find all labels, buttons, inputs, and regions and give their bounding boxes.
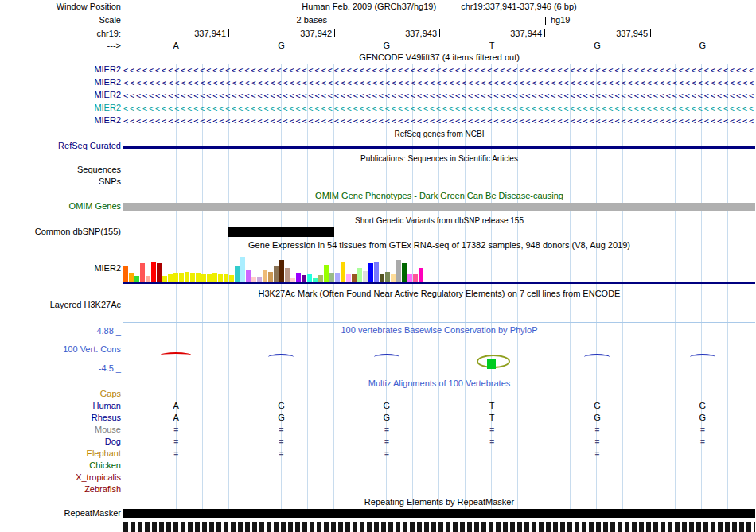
gtex-expression-bar[interactable] — [413, 274, 418, 282]
gencode-gene-label[interactable]: MIER2 — [0, 64, 121, 75]
gtex-expression-bar[interactable] — [134, 276, 139, 282]
snps-track-label[interactable]: SNPs — [0, 177, 121, 187]
gtex-expression-bar[interactable] — [324, 265, 329, 282]
gtex-expression-bar[interactable] — [162, 276, 167, 282]
species-label-human[interactable]: Human — [0, 401, 121, 411]
gtex-expression-bar[interactable] — [235, 266, 240, 282]
gtex-expression-bar[interactable] — [179, 273, 184, 282]
repeatmasker-bar[interactable] — [123, 509, 755, 518]
base-letter: A — [167, 41, 185, 51]
species-label-zebrafish[interactable]: Zebrafish — [0, 484, 121, 495]
gtex-expression-bar[interactable] — [357, 268, 362, 282]
alignment-cell: = — [483, 425, 501, 435]
gtex-expression-bar[interactable] — [396, 260, 401, 282]
gtex-expression-bar[interactable] — [402, 263, 407, 282]
gene-strand-arrows[interactable]: <<<<<<<<<<<<<<<<<<<<<<<<<<<<<<<<<<<<<<<<… — [123, 115, 755, 127]
coordinate-label: 337,941 — [161, 29, 226, 38]
gtex-expression-bar[interactable] — [341, 262, 345, 282]
gtex-expression-bar[interactable] — [207, 274, 212, 282]
gtex-expression-bar[interactable] — [218, 274, 223, 282]
gtex-expression-bar[interactable] — [368, 263, 373, 282]
species-label-chicken[interactable]: Chicken — [0, 460, 121, 471]
sequences-track-label[interactable]: Sequences — [0, 165, 121, 175]
gtex-expression-bar[interactable] — [329, 273, 334, 282]
species-label-elephant[interactable]: Elephant — [0, 449, 121, 459]
gene-strand-arrows[interactable]: <<<<<<<<<<<<<<<<<<<<<<<<<<<<<<<<<<<<<<<<… — [123, 103, 755, 115]
repeatmasker-detail-bar[interactable] — [123, 522, 755, 532]
gtex-expression-bar[interactable] — [224, 274, 228, 282]
gtex-expression-bar[interactable] — [407, 274, 412, 282]
alignment-cell: A — [167, 401, 185, 411]
coordinate-label: 337,945 — [583, 29, 648, 38]
gtex-expression-bar[interactable] — [212, 273, 217, 282]
gtex-baseline — [123, 282, 755, 284]
gtex-expression-bar[interactable] — [123, 266, 128, 282]
gtex-expression-bar[interactable] — [352, 274, 357, 282]
gtex-expression-bar[interactable] — [151, 262, 156, 282]
gencode-gene-label[interactable]: MIER2 — [0, 103, 121, 113]
gtex-expression-bar[interactable] — [146, 276, 150, 282]
alignment-cell: = — [378, 437, 396, 447]
gencode-gene-label[interactable]: MIER2 — [0, 90, 121, 100]
coordinate-tick — [439, 29, 440, 37]
gtex-expression-bar[interactable] — [296, 273, 301, 282]
coordinate-tick — [650, 29, 651, 37]
gtex-expression-bar[interactable] — [307, 274, 312, 282]
gtex-expression-bar[interactable] — [257, 277, 262, 282]
gtex-expression-bar[interactable] — [268, 272, 273, 282]
gtex-expression-bar[interactable] — [391, 274, 396, 282]
gtex-expression-bar[interactable] — [129, 273, 134, 282]
gtex-expression-bar[interactable] — [346, 274, 351, 282]
species-label-mouse[interactable]: Mouse — [0, 425, 121, 435]
gtex-expression-bar[interactable] — [157, 263, 162, 282]
gene-strand-arrows[interactable]: <<<<<<<<<<<<<<<<<<<<<<<<<<<<<<<<<<<<<<<<… — [123, 64, 755, 76]
gtex-expression-bar[interactable] — [318, 275, 323, 282]
gtex-expression-bar[interactable] — [380, 274, 384, 282]
gtex-expression-bar[interactable] — [201, 274, 206, 282]
omim-genes-label[interactable]: OMIM Genes — [0, 201, 121, 212]
gtex-expression-bar[interactable] — [374, 262, 379, 282]
gtex-expression-bar[interactable] — [140, 263, 145, 282]
scale-label: Scale — [0, 15, 121, 25]
gtex-expression-bar[interactable] — [419, 268, 423, 282]
alignment-cell: = — [378, 449, 396, 459]
h3k27ac-track-label[interactable]: Layered H3K27Ac — [0, 300, 121, 310]
dbsnp-variant-bar[interactable] — [228, 227, 334, 237]
gencode-gene-label[interactable]: MIER2 — [0, 115, 121, 126]
gtex-expression-bar[interactable] — [263, 270, 267, 282]
species-label-rhesus[interactable]: Rhesus — [0, 413, 121, 423]
gtex-expression-bar[interactable] — [251, 277, 256, 282]
species-label-dog[interactable]: Dog — [0, 437, 121, 447]
gene-strand-arrows[interactable]: <<<<<<<<<<<<<<<<<<<<<<<<<<<<<<<<<<<<<<<<… — [123, 90, 755, 102]
gtex-expression-bar[interactable] — [168, 274, 173, 282]
gtex-expression-bar[interactable] — [385, 272, 390, 282]
alignment-cell: = — [167, 449, 185, 459]
gtex-expression-bar[interactable] — [190, 273, 195, 282]
h3k27ac-signal-line[interactable] — [123, 322, 755, 323]
dbsnp-track-label[interactable]: Common dbSNP(155) — [0, 227, 121, 237]
conservation-track-label[interactable]: 100 Vert. Cons — [0, 344, 121, 355]
gtex-expression-bar[interactable] — [196, 273, 201, 282]
species-label-gaps[interactable]: Gaps — [0, 389, 121, 399]
gencode-gene-label[interactable]: MIER2 — [0, 77, 121, 87]
gtex-expression-bar[interactable] — [279, 260, 284, 282]
gtex-expression-bar[interactable] — [335, 273, 340, 282]
gtex-expression-bar[interactable] — [246, 270, 251, 282]
gtex-expression-bar[interactable] — [363, 271, 368, 282]
gtex-expression-bar[interactable] — [173, 273, 178, 282]
gtex-expression-bar[interactable] — [285, 268, 290, 282]
gene-strand-arrows[interactable]: <<<<<<<<<<<<<<<<<<<<<<<<<<<<<<<<<<<<<<<<… — [123, 77, 755, 89]
gtex-expression-bar[interactable] — [302, 275, 306, 282]
gtex-expression-bar[interactable] — [240, 257, 245, 282]
species-label-x_tropicalis[interactable]: X_tropicalis — [0, 472, 121, 483]
gtex-expression-bar[interactable] — [229, 275, 234, 282]
repeatmasker-track-label[interactable]: RepeatMasker — [0, 508, 121, 518]
refseq-gene-bar[interactable] — [123, 146, 755, 149]
coordinate-label: 337,942 — [267, 29, 332, 38]
gtex-expression-bar[interactable] — [274, 266, 279, 282]
coordinate-label: 337,943 — [372, 29, 437, 38]
gtex-gene-label[interactable]: MIER2 — [0, 263, 121, 274]
omim-gene-bar[interactable] — [123, 203, 755, 211]
refseq-curated-label[interactable]: RefSeq Curated — [0, 141, 121, 151]
gtex-expression-bar[interactable] — [185, 272, 189, 282]
